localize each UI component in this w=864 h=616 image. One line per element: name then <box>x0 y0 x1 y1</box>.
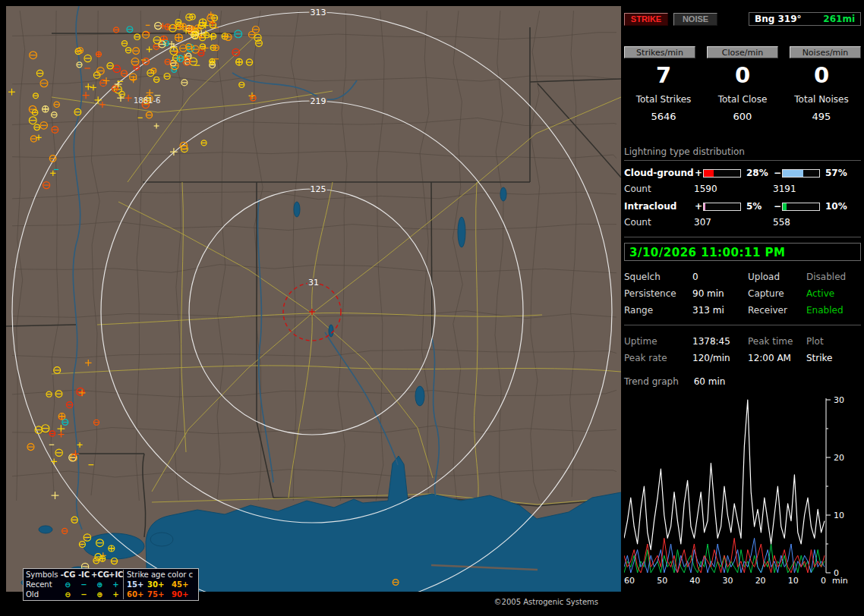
persistence-value: 90 min <box>692 288 748 299</box>
strike-symbol-cg- <box>49 431 55 436</box>
close-per-min-button[interactable]: Close/min <box>707 46 778 58</box>
strike-symbol-cg- <box>200 44 205 49</box>
map-svg[interactable]: 313219125311881-6 <box>6 6 621 592</box>
strike-symbol-ic+ <box>99 102 106 108</box>
status-grid: Squelch 0 Upload Disabled Persistence 90… <box>624 272 861 316</box>
cg-pos-pct: 28% <box>743 168 773 178</box>
noise-button[interactable]: NOISE <box>673 13 717 26</box>
strike-symbol-cg- <box>74 108 81 115</box>
trend-x-tick: 60 <box>624 576 635 586</box>
strike-symbol-cg+ <box>58 413 65 420</box>
strike-symbol-cg- <box>121 71 127 77</box>
strike-symbol-cg- <box>36 70 43 76</box>
strike-symbol-cg- <box>210 33 216 39</box>
receiver-label: Receiver <box>748 305 806 316</box>
strike-symbol-cg- <box>134 34 140 40</box>
strike-symbol-cg- <box>62 420 68 426</box>
ic-pos-bar-fill <box>704 203 705 210</box>
pos-cg-old-icon: ⊕ <box>91 589 109 599</box>
strike-symbol-cg- <box>143 58 150 65</box>
neg-cg-recent-icon: ⊖ <box>59 580 77 589</box>
app-window: 313219125311881-6 ©2005 Astrogenic Syste… <box>0 0 864 616</box>
intracloud-count-row: Count 307 558 <box>624 217 861 228</box>
count-label: Count <box>624 217 694 228</box>
map-annotation: 1881-6 <box>134 96 160 105</box>
legend-col-neg-ic: -IC <box>77 570 91 580</box>
strikes-per-min-button[interactable]: Strikes/min <box>624 46 695 58</box>
map-text-labels: 313219125311881-6 <box>134 8 326 315</box>
age-15: 15+ <box>123 580 147 589</box>
total-noises-label: Total Noises <box>782 94 861 105</box>
trend-graph-label: Trend graph <box>624 376 679 387</box>
strike-symbol-cg- <box>52 112 57 118</box>
strike-symbol-cg+ <box>175 34 183 42</box>
pos-ic-old-icon: + <box>109 589 123 599</box>
strike-symbol-cg+ <box>236 58 243 65</box>
neg-cg-old-icon: ⊖ <box>59 589 77 599</box>
age-60: 60+ <box>123 589 147 599</box>
sensor-location-icon <box>309 309 315 315</box>
strikes-per-min-value: 7 <box>624 64 703 86</box>
neg-ic-recent-icon: − <box>77 580 91 589</box>
strike-symbol-cg- <box>232 49 239 55</box>
pos-cg-recent-icon: ⊕ <box>91 580 109 589</box>
noises-per-min-button[interactable]: Noises/min <box>790 46 861 58</box>
legend-col-neg-cg: -CG <box>59 570 77 580</box>
squelch-value: 0 <box>692 272 748 282</box>
strike-symbol-cg- <box>164 73 170 79</box>
divider <box>624 160 861 161</box>
bearing-range: 261mi <box>823 14 855 24</box>
trend-graph-row: Trend graph 60 min <box>624 376 861 387</box>
peak-rate-value: 120/min <box>692 353 748 363</box>
lightning-map[interactable]: 313219125311881-6 <box>6 6 621 592</box>
ic-pos-bar <box>703 203 741 211</box>
strike-symbol-cg- <box>27 444 34 451</box>
range-label: Range <box>624 305 692 316</box>
strike-symbol-cg- <box>40 80 48 87</box>
capture-label: Capture <box>748 288 806 299</box>
intracloud-row: Intracloud + 5% − 10% <box>624 201 861 212</box>
trend-y-tick: 0 <box>834 568 839 576</box>
ic-neg-bar <box>782 203 820 211</box>
totals-row: Total Strikes 5646 Total Close 600 Total… <box>624 94 861 122</box>
strike-symbol-cg- <box>79 542 85 548</box>
strike-symbol-cg- <box>35 426 42 433</box>
trend-y-tick: 30 <box>834 395 844 405</box>
ring-label-313: 313 <box>311 8 326 17</box>
strike-symbol-cg- <box>212 15 218 21</box>
peak-rate-label: Peak rate <box>624 353 692 363</box>
uptime-label: Uptime <box>624 336 692 347</box>
upload-status: Disabled <box>806 272 861 282</box>
cg-pos-count: 1590 <box>694 184 773 194</box>
trend-graph-value: 60 min <box>694 376 726 387</box>
strike-symbol-cg- <box>246 59 252 65</box>
close-per-min-value: 0 <box>703 64 782 86</box>
strike-symbol-ic+ <box>77 442 83 448</box>
rate-buttons-row: Strikes/min Close/min Noises/min <box>624 46 861 58</box>
strike-button[interactable]: STRIKE <box>624 13 668 26</box>
strike-symbol-ic+ <box>95 96 102 103</box>
strike-legend: Symbols -CG -IC +CG +IC Strike age color… <box>23 568 199 601</box>
trend-series-intracloud <box>624 544 825 573</box>
age-90: 90+ <box>172 589 193 599</box>
minus-sign: − <box>773 168 782 178</box>
strike-symbol-cg- <box>131 58 139 65</box>
total-close-value: 600 <box>703 111 782 122</box>
strike-symbol-cg- <box>127 27 133 33</box>
plot-value: Strike <box>806 353 861 363</box>
total-strikes-value: 5646 <box>624 111 703 122</box>
legend-row-old: Old <box>26 589 59 599</box>
trend-x-axis-unit: min <box>832 576 848 586</box>
strike-symbol-cg- <box>97 68 105 75</box>
noises-per-min-value: 0 <box>782 64 861 86</box>
strike-symbol-ic+ <box>82 92 89 99</box>
peak-time-label: Peak time <box>748 336 806 347</box>
strike-symbol-cg- <box>169 24 177 32</box>
strike-symbol-cg- <box>30 52 37 59</box>
legend-age-title: Strike age color codes <box>123 570 193 580</box>
ic-neg-pct: 10% <box>821 201 852 212</box>
neg-ic-old-icon: − <box>77 589 91 599</box>
strike-symbol-ic+ <box>85 83 92 90</box>
strike-symbol-cg- <box>55 449 62 456</box>
cg-pos-bar <box>703 169 741 178</box>
